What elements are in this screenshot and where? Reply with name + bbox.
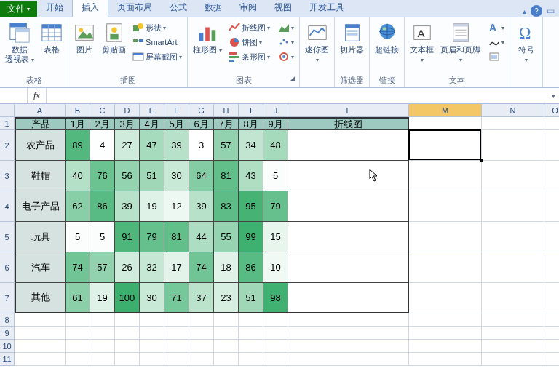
cell[interactable]: [544, 130, 559, 161]
cell[interactable]: 折线图: [288, 117, 409, 130]
cell[interactable]: [288, 130, 409, 161]
cell[interactable]: [239, 313, 263, 327]
cell[interactable]: [239, 353, 263, 366]
cell[interactable]: 39: [189, 191, 214, 222]
cell[interactable]: 2月: [90, 117, 115, 130]
cell[interactable]: [288, 161, 409, 191]
formula-input[interactable]: [47, 88, 547, 103]
file-tab[interactable]: 文件: [0, 1, 37, 17]
cell[interactable]: [140, 340, 164, 353]
textbox-button[interactable]: A 文本框▾: [408, 20, 436, 66]
tab-2[interactable]: 页面布局: [108, 0, 161, 17]
cell[interactable]: 40: [66, 161, 90, 191]
col-header-F[interactable]: F: [164, 104, 189, 117]
cell[interactable]: [482, 191, 544, 222]
cell[interactable]: 99: [239, 222, 263, 252]
cell[interactable]: [15, 327, 66, 340]
cell[interactable]: [409, 283, 482, 313]
cell[interactable]: [288, 327, 409, 340]
picture-button[interactable]: 图片: [71, 20, 98, 56]
tab-4[interactable]: 数据: [196, 0, 231, 17]
cell[interactable]: [189, 327, 214, 340]
cell[interactable]: [482, 327, 544, 340]
cell[interactable]: 89: [66, 130, 90, 161]
cell[interactable]: 23: [214, 283, 239, 313]
line-chart-button[interactable]: 折线图 ▾: [226, 20, 272, 35]
cell[interactable]: 1月: [66, 117, 90, 130]
cell[interactable]: [15, 353, 66, 366]
cell[interactable]: [482, 222, 544, 252]
cell[interactable]: [482, 340, 544, 353]
cell[interactable]: [482, 117, 544, 130]
cell[interactable]: 15: [263, 222, 288, 252]
cell[interactable]: [544, 313, 559, 327]
cell[interactable]: 79: [140, 222, 164, 252]
cell[interactable]: 19: [140, 191, 164, 222]
cell[interactable]: 61: [66, 283, 90, 313]
header-footer-button[interactable]: 页眉和页脚▾: [438, 20, 483, 66]
col-header-L[interactable]: L: [288, 104, 409, 117]
cell[interactable]: [288, 353, 409, 366]
cell[interactable]: 4月: [140, 117, 164, 130]
cell[interactable]: [544, 340, 559, 353]
cell[interactable]: 鞋帽: [15, 161, 66, 191]
cell[interactable]: [288, 313, 409, 327]
cell[interactable]: 81: [214, 161, 239, 191]
cell[interactable]: 100: [115, 283, 140, 313]
formula-expand-icon[interactable]: ▾: [547, 92, 559, 100]
fx-label[interactable]: fx: [28, 88, 47, 103]
cell[interactable]: 95: [239, 191, 263, 222]
cell[interactable]: [66, 313, 90, 327]
cell[interactable]: 55: [214, 222, 239, 252]
cell[interactable]: [482, 283, 544, 313]
shapes-button[interactable]: 形状 ▾: [130, 20, 184, 35]
cell[interactable]: 其他: [15, 283, 66, 313]
col-header-J[interactable]: J: [263, 104, 288, 117]
cell[interactable]: 43: [239, 161, 263, 191]
cell[interactable]: [482, 353, 544, 366]
cell[interactable]: [482, 252, 544, 283]
cell[interactable]: 74: [189, 252, 214, 283]
cell[interactable]: [115, 327, 140, 340]
cell[interactable]: [90, 327, 115, 340]
tab-7[interactable]: 开发工具: [301, 0, 353, 17]
cell[interactable]: [263, 353, 288, 366]
cell[interactable]: [544, 327, 559, 340]
cell[interactable]: 71: [164, 283, 189, 313]
cell[interactable]: [15, 313, 66, 327]
cell[interactable]: [409, 252, 482, 283]
cell[interactable]: [409, 313, 482, 327]
window-toggle-icon[interactable]: ▭: [547, 6, 555, 16]
bar-chart-button[interactable]: 条形图 ▾: [226, 49, 272, 64]
cell[interactable]: [115, 313, 140, 327]
cell[interactable]: [189, 353, 214, 366]
cell[interactable]: 86: [90, 191, 115, 222]
cell[interactable]: 产品: [15, 117, 66, 130]
wordart-button[interactable]: A▾: [486, 20, 507, 35]
cell[interactable]: [409, 340, 482, 353]
cell[interactable]: 62: [66, 191, 90, 222]
col-header-M[interactable]: M: [409, 104, 482, 117]
cell[interactable]: [140, 353, 164, 366]
cell[interactable]: [409, 353, 482, 366]
cell[interactable]: [288, 340, 409, 353]
col-header-N[interactable]: N: [482, 104, 544, 117]
row-header-11[interactable]: 11: [0, 353, 15, 366]
cell[interactable]: [214, 313, 239, 327]
cell[interactable]: 76: [90, 161, 115, 191]
cell[interactable]: [544, 222, 559, 252]
smartart-button[interactable]: SmartArt: [130, 35, 184, 49]
tab-0[interactable]: 开始: [37, 0, 72, 17]
pie-chart-button[interactable]: 饼图 ▾: [226, 35, 272, 49]
cell[interactable]: 17: [164, 252, 189, 283]
cell[interactable]: [288, 252, 409, 283]
row-header-3[interactable]: 3: [0, 161, 15, 191]
cell[interactable]: 18: [214, 252, 239, 283]
cell[interactable]: 26: [115, 252, 140, 283]
cell[interactable]: [482, 130, 544, 161]
cell[interactable]: 79: [263, 191, 288, 222]
cell[interactable]: 6月: [189, 117, 214, 130]
row-header-4[interactable]: 4: [0, 191, 15, 222]
symbol-button[interactable]: Ω 符号▾: [513, 20, 539, 66]
cell[interactable]: 7月: [214, 117, 239, 130]
